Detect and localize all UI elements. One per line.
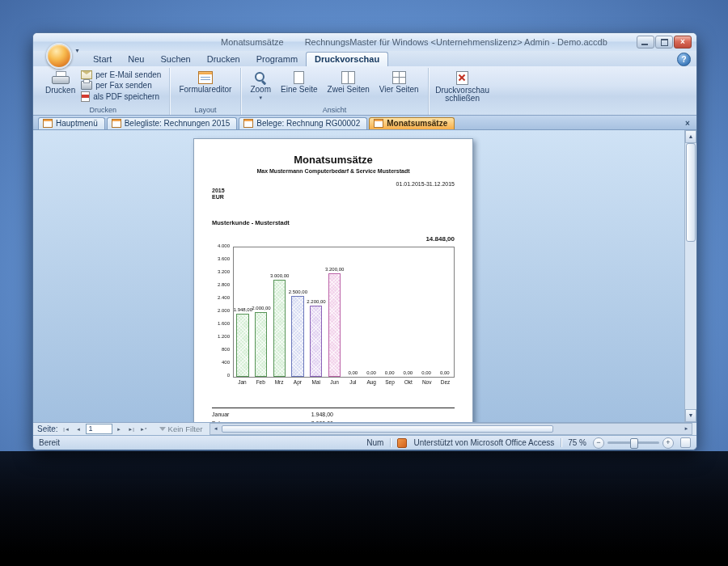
report-page[interactable]: Monatsumsätze Max Mustermann Computerbed… [193,138,473,422]
monthly-bar-chart: 04008001.2001.6002.0002.4002.8003.2003.6… [212,247,455,385]
scroll-up-icon[interactable]: ▲ [685,130,696,143]
first-page-button[interactable]: |◄ [61,424,72,434]
ribbon-tab-row: StartNeuSuchenDruckenProgrammDruckvorsch… [33,51,696,66]
summary-label: Januar [212,412,277,417]
doc-tab-label: Belege: Rechnung RG00002 [256,119,360,128]
doc-tab[interactable]: Belege: Rechnung RG00002 [239,117,367,129]
filter-button[interactable]: Kein Filter [155,424,207,433]
help-icon: ? [681,55,686,64]
summary-label: Februar [212,420,277,422]
close-document-icon[interactable]: × [682,117,693,129]
next-page-button[interactable]: ► [114,424,125,434]
page-number-input[interactable]: 1 [86,424,112,434]
y-tick-label: 400 [222,360,230,365]
report-currency: EUR [212,194,455,200]
button-label: Vier Seiten [379,86,419,94]
horizontal-scroll-thumb[interactable] [222,425,552,433]
scroll-left-icon[interactable]: ◄ [210,424,221,433]
ribbon-button-mail[interactable]: per E-Mail senden [78,70,163,79]
doc-tab[interactable]: Hauptmenü [38,117,105,129]
chart-column: 0,00 [344,247,362,377]
chart-bar [236,314,248,377]
filter-icon [159,427,166,431]
x-axis-label: Sep [381,379,400,385]
chart-column: 0,00 [435,247,454,377]
chart-x-axis: JanFebMrzAprMaiJunJulAugSepOktNovDez [233,379,455,385]
doc-tab[interactable]: Belegliste: Rechnungen 2015 [107,117,238,129]
last-page-button[interactable]: ►| [126,424,137,434]
chart-column: 0,00 [399,247,417,377]
ribbon-group-drucken: Drucken per E-Mail sendenper Fax sendena… [36,68,170,115]
close-button[interactable]: × [674,36,692,49]
zoom-in-button[interactable]: + [662,437,674,449]
chart-plot-area: 1.948,002.000,003.000,002.500,002.200,00… [233,247,455,378]
zoom-out-button[interactable]: − [593,437,604,449]
record-navigation-bar: Seite: |◄ ◄ 1 ► ►| ►* Kein Filter ◄ ► [33,422,696,435]
quick-access-dropdown[interactable]: ▾ [72,45,83,56]
doc-tab-label: Belegliste: Rechnungen 2015 [125,119,231,128]
x-axis-label: Apr [288,379,307,385]
page-label: Seite: [37,424,58,433]
zoom-percentage[interactable]: 75 % [568,438,586,447]
close-preview-button[interactable]: Druckvorschau schließen [434,70,491,104]
window-title: Monatsumsätze RechnungsMaster für Window… [221,33,607,51]
zoom-slider-track[interactable] [607,441,659,444]
ribbon-tab-suchen[interactable]: Suchen [152,53,198,66]
scroll-down-icon[interactable]: ▼ [685,409,696,422]
form-icon [43,119,53,128]
formeditor-button[interactable]: Formulareditor [176,70,235,95]
button-label: per E-Mail senden [95,70,161,79]
print-button[interactable]: Drucken [42,70,78,96]
new-record-button[interactable]: ►* [138,424,149,434]
ribbon-group-close-preview: Druckvorschau schließen [429,68,497,115]
view-button-1[interactable]: Eine Seite [277,70,321,102]
ribbon-tab-drucken[interactable]: Drucken [199,53,248,66]
horizontal-scrollbar[interactable]: ◄ ► [210,423,692,435]
y-tick-label: 3.600 [218,256,230,262]
doc-tab-label: Monatsumsätze [387,119,447,128]
view-button-3[interactable]: Vier Seiten [376,70,422,102]
ribbon-tab-programm[interactable]: Programm [248,53,306,66]
form-editor-icon [198,71,213,84]
print-preview-area[interactable]: Monatsumsätze Max Mustermann Computerbed… [33,130,696,422]
chart-column: 0,00 [362,247,381,377]
zoom-slider-thumb[interactable] [630,438,638,449]
restore-button[interactable] [655,36,673,49]
close-preview-icon [456,71,468,85]
chart-y-axis: 04008001.2001.6002.0002.4002.8003.2003.6… [212,247,233,376]
bar-value-label: 0,00 [440,370,450,375]
minimize-button[interactable] [637,36,654,49]
view-page-buttons: Eine SeiteZwei SeitenVier Seiten [277,70,422,102]
report-customer: Musterkunde - Musterstadt [212,219,455,226]
zoom-button[interactable]: Zoom ▾ [247,70,274,102]
document-tab-bar: HauptmenüBelegliste: Rechnungen 2015Bele… [33,116,696,130]
help-button[interactable]: ? [677,53,691,66]
ribbon-button-pdf[interactable]: als PDF speichern [78,91,163,102]
status-num-lock: Num [366,438,383,447]
ribbon-tab-druckvorschau[interactable]: Druckvorschau [306,52,388,66]
x-axis-label: Dez [436,379,455,385]
fit-to-window-icon[interactable] [680,437,691,448]
ribbon-tab-start[interactable]: Start [85,53,120,66]
group-label-layout: Layout [170,106,240,114]
previous-page-button[interactable]: ◄ [74,424,84,434]
restore-icon [661,39,668,46]
doc-tab[interactable]: Monatsumsätze [369,117,455,129]
formeditor-button-label: Formulareditor [179,86,231,94]
vertical-scrollbar[interactable]: ▲ ▼ [684,130,696,422]
chart-column: 2.000,00 [252,247,271,377]
office-button[interactable] [46,43,72,69]
bar-value-label: 1.948,00 [234,307,252,312]
ribbon-tab-neu[interactable]: Neu [120,53,152,66]
bar-value-label: 0,00 [385,370,395,375]
zoom-slider-control: − + [593,437,674,449]
vertical-scroll-thumb[interactable] [686,143,696,242]
group-label-ansicht: Ansicht [241,106,427,114]
view-button-2[interactable]: Zwei Seiten [324,70,373,102]
chart-bar [273,280,286,377]
title-bar[interactable]: Monatsumsätze RechnungsMaster für Window… [33,33,696,51]
ribbon-button-fax[interactable]: per Fax senden [78,81,163,90]
bar-value-label: 0,00 [404,370,413,375]
scroll-right-icon[interactable]: ► [681,424,692,433]
ribbon: Drucken per E-Mail sendenper Fax sendena… [33,66,696,116]
